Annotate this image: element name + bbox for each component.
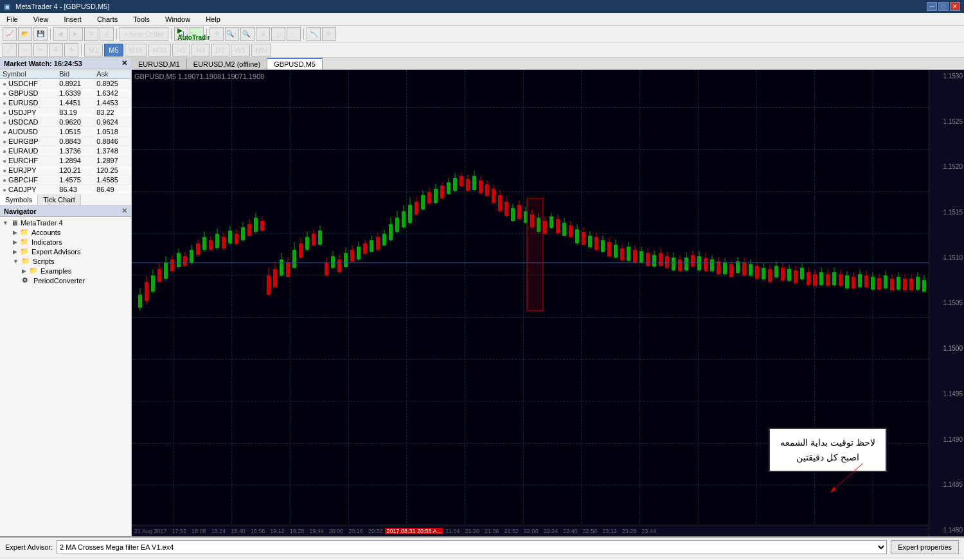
menu-insert[interactable]: Insert: [60, 14, 85, 24]
tf-d1[interactable]: D1: [211, 44, 229, 57]
text-tool[interactable]: A: [49, 43, 63, 57]
refresh-button[interactable]: ↻: [84, 27, 98, 41]
window-controls[interactable]: ─ □ ✕: [927, 2, 960, 11]
print-button[interactable]: 🖨: [100, 27, 114, 41]
crosshair-tool[interactable]: ✛: [64, 43, 78, 57]
autotrading-button[interactable]: ▶ AutoTrading: [190, 27, 204, 41]
chart-info: GBPUSD,M5 1.19071.19081.19071.1908: [134, 73, 264, 80]
menu-help[interactable]: Help: [202, 14, 224, 24]
strategy-tester: Strategy Tester Expert Advisor: 2 MA Cro…: [0, 536, 964, 560]
period-sep-button[interactable]: |: [271, 27, 285, 41]
table-row[interactable]: ● GBPUSD 1.6339 1.6342: [0, 89, 131, 98]
tf-m30[interactable]: M30: [148, 44, 171, 57]
price-1490: 1.1490: [931, 436, 963, 443]
menu-tools[interactable]: Tools: [129, 14, 154, 24]
time-1928: 19:28: [287, 528, 307, 534]
new-order-button[interactable]: + New Order: [120, 27, 168, 41]
navigator-header: Navigator ✕: [0, 206, 131, 217]
maximize-button[interactable]: □: [938, 2, 949, 11]
table-row[interactable]: ● AUDUSD 1.0515 1.0518: [0, 127, 131, 137]
menu-window[interactable]: Window: [161, 14, 194, 24]
nav-item-root[interactable]: ▼ 🖥 MetaTrader 4: [1, 218, 130, 227]
svg-line-249: [830, 464, 862, 493]
table-row[interactable]: ● EURGBP 0.8843 0.8846: [0, 137, 131, 146]
new-chart-button[interactable]: 📈: [3, 27, 17, 41]
ask-cell: 1.4585: [94, 175, 131, 185]
table-row[interactable]: ● USDJPY 83.19 83.22: [0, 108, 131, 118]
price-1515: 1.1515: [931, 209, 963, 216]
nav-item-examples[interactable]: ▶ 📁 Examples: [1, 266, 130, 276]
chart-tab-eurusd-m2[interactable]: EURUSD,M2 (offline): [187, 58, 267, 69]
nav-item-experts[interactable]: ▶ 📁 Expert Advisors: [1, 247, 130, 256]
table-row[interactable]: ● CADJPY 86.43 86.49: [0, 185, 131, 195]
main-area: Market Watch: 16:24:53 ✕ Symbol Bid Ask …: [0, 58, 964, 536]
menu-charts[interactable]: Charts: [93, 14, 121, 24]
tooltip-arrow-svg: [811, 460, 888, 499]
open-button[interactable]: 📂: [18, 27, 32, 41]
close-button[interactable]: ✕: [950, 2, 960, 11]
ea-select[interactable]: 2 MA Crosses Mega filter EA V1.ex4: [57, 540, 887, 554]
tf-m15[interactable]: M15: [125, 44, 147, 57]
tf-h4[interactable]: H4: [192, 44, 210, 57]
table-row[interactable]: ● EURAUD 1.3736 1.3748: [0, 146, 131, 156]
nav-item-accounts[interactable]: ▶ 📁 Accounts: [1, 227, 130, 237]
bid-cell: 1.0515: [57, 127, 94, 137]
tf-mn[interactable]: MN: [251, 44, 271, 57]
script-icon: ⚙: [22, 276, 31, 284]
time-2136: 21:36: [482, 528, 502, 534]
time-1856: 18:56: [248, 528, 268, 534]
menu-view[interactable]: View: [30, 14, 53, 24]
save-button[interactable]: 💾: [33, 27, 48, 41]
grid-button[interactable]: ⊞: [256, 27, 270, 41]
pencil-tool[interactable]: ✏: [33, 43, 48, 57]
indicators-button[interactable]: 📉: [307, 27, 321, 41]
bid-cell: 1.4451: [57, 98, 94, 108]
table-row[interactable]: ● GBPCHF 1.4575 1.4585: [0, 175, 131, 185]
table-row[interactable]: ● USDCAD 0.9620 0.9624: [0, 118, 131, 127]
tf-h1[interactable]: H1: [172, 44, 190, 57]
mw-tab-tick[interactable]: Tick Chart: [38, 195, 81, 205]
new-order-label: New Order: [129, 30, 163, 38]
market-watch-tabs: Symbols Tick Chart: [0, 195, 131, 206]
line-tool[interactable]: ╱: [3, 43, 17, 57]
tf-w1[interactable]: W1: [231, 44, 251, 57]
nav-item-scripts[interactable]: ▼ 📁 Scripts: [1, 256, 130, 266]
settings-button[interactable]: ⚙: [322, 27, 336, 41]
navigator-close[interactable]: ✕: [121, 207, 127, 215]
zoom-out-button[interactable]: 🔍-: [240, 27, 254, 41]
bid-cell: 0.8921: [57, 79, 94, 89]
price-1510: 1.1510: [931, 254, 963, 261]
app-icon: ▣: [4, 3, 10, 11]
nav-examples-label: Examples: [40, 267, 71, 275]
scroll-button[interactable]: ↔: [287, 27, 301, 41]
crosshair-button[interactable]: ✛: [210, 27, 224, 41]
nav-item-indicators[interactable]: ▶ 📁 Indicators: [1, 237, 130, 247]
chart-inner[interactable]: GBPUSD,M5 1.19071.19081.19071.1908: [132, 70, 964, 536]
time-2224: 22:24: [541, 528, 561, 534]
mw-tab-symbols[interactable]: Symbols: [0, 195, 38, 205]
back-button[interactable]: ◀: [53, 27, 67, 41]
market-watch-close[interactable]: ✕: [121, 59, 127, 67]
zoom-in-button[interactable]: 🔍+: [225, 27, 239, 41]
forward-button[interactable]: ▶: [69, 27, 83, 41]
expert-props-button[interactable]: Expert properties: [891, 540, 959, 554]
main-toolbar: 📈 📂 💾 ◀ ▶ ↻ 🖨 + New Order 📊 ▶ AutoTradin…: [0, 26, 964, 42]
minimize-button[interactable]: ─: [927, 2, 937, 11]
menu-file[interactable]: File: [3, 14, 22, 24]
experts-folder-icon: 📁: [20, 247, 29, 256]
chart-tab-gbpusd-m5[interactable]: GBPUSD,M5: [267, 58, 323, 69]
nav-indicators-label: Indicators: [31, 238, 62, 246]
nav-scripts-label: Scripts: [33, 258, 55, 265]
table-row[interactable]: ● USDCHF 0.8921 0.8925: [0, 79, 131, 89]
table-row[interactable]: ● EURCHF 1.2894 1.2897: [0, 156, 131, 166]
time-2104: 21:04: [443, 528, 463, 534]
hline-tool[interactable]: —: [18, 43, 32, 57]
tf-m5[interactable]: M5: [104, 44, 123, 57]
ask-cell: 86.49: [94, 185, 131, 195]
chart-tab-eurusd-m1[interactable]: EURUSD,M1: [132, 58, 187, 69]
table-row[interactable]: ● EURJPY 120.21 120.25: [0, 166, 131, 175]
tf-m1[interactable]: M1: [84, 44, 103, 57]
table-row[interactable]: ● EURUSD 1.4451 1.4453: [0, 98, 131, 108]
nav-item-period-converter[interactable]: ⚙ PeriodConverter: [1, 276, 130, 285]
accounts-expand: ▶: [13, 229, 17, 236]
